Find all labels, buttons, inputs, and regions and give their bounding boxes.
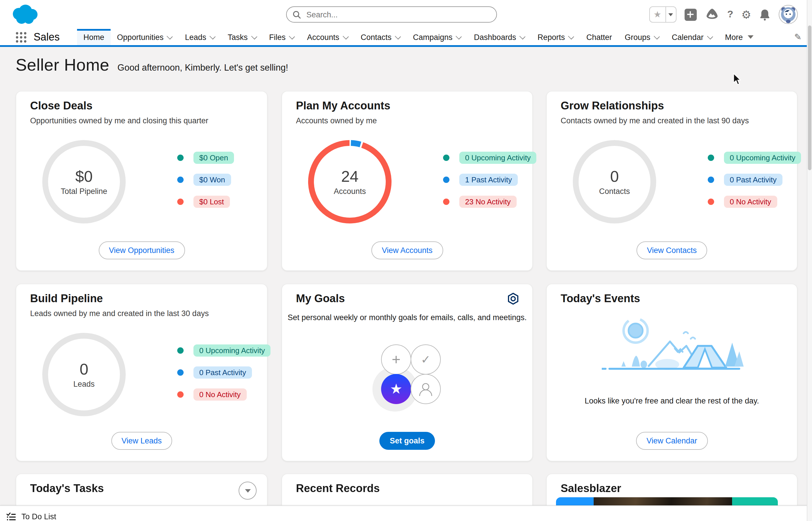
notifications-bell-icon[interactable] [759, 8, 770, 21]
view-leads-button[interactable]: View Leads [111, 432, 172, 450]
legend-item: $0 Open [177, 151, 234, 164]
card-title: Build Pipeline [30, 292, 103, 305]
tab-contacts[interactable]: Contacts [354, 29, 407, 45]
tasks-dropdown-button[interactable] [239, 482, 257, 500]
chevron-down-icon[interactable] [167, 33, 173, 39]
todo-list-icon [6, 512, 16, 521]
chevron-down-icon[interactable] [289, 33, 295, 39]
tab-dashboards[interactable]: Dashboards [468, 29, 531, 45]
tab-groups[interactable]: Groups [618, 29, 665, 45]
quick-create-plus-icon[interactable] [684, 8, 697, 21]
contacts-donut-chart: 0 Contacts [571, 138, 658, 225]
legend-badge: $0 Won [194, 173, 231, 185]
goals-description: Set personal weekly or monthly goals for… [282, 313, 532, 322]
global-search[interactable] [286, 6, 497, 23]
favorite-star-icon[interactable]: ★ [650, 7, 665, 22]
mouse-cursor [733, 73, 741, 85]
card-title: Plan My Accounts [296, 99, 390, 112]
todays-events-card: Today's Events Looks like you're free an… [546, 284, 797, 461]
card-subtitle: Accounts owned by me [296, 116, 377, 125]
legend-item: 23 No Activity [443, 195, 536, 208]
build-pipeline-card: Build Pipeline Leads owned by me and cre… [16, 284, 268, 461]
blue-dot-icon [177, 176, 183, 183]
legend-badge: 0 Upcoming Activity [459, 151, 536, 163]
seller-home-page: ★ ? ⚙ [0, 0, 812, 521]
view-accounts-button[interactable]: View Accounts [371, 242, 443, 259]
tab-calendar[interactable]: Calendar [665, 29, 719, 45]
goal-check-circle: ✓ [411, 344, 441, 375]
tab-files[interactable]: Files [263, 29, 301, 45]
legend-badge: 0 No Activity [194, 388, 246, 400]
salesforce-logo[interactable] [10, 4, 39, 25]
chevron-down-icon[interactable] [395, 33, 401, 39]
more-dropdown-icon[interactable] [748, 35, 754, 39]
chevron-down-icon[interactable] [210, 33, 216, 39]
legend-item: 0 Past Activity [177, 366, 271, 379]
chevron-down-icon[interactable] [568, 33, 574, 39]
goal-settings-icon[interactable] [507, 292, 520, 305]
view-calendar-button[interactable]: View Calendar [636, 432, 707, 450]
chevron-down-icon[interactable] [707, 33, 713, 39]
card-title: Salesblazer [561, 482, 621, 495]
teal-dot-icon [177, 154, 183, 161]
legend-badge: $0 Open [194, 151, 234, 163]
app-navigation-bar: Sales Home Opportunities Leads Tasks Fil… [0, 29, 812, 47]
chevron-down-icon[interactable] [251, 33, 257, 39]
legend-item: $0 Won [177, 173, 234, 186]
camping-illustration [602, 313, 744, 378]
scrollbar-thumb[interactable] [808, 25, 811, 170]
app-launcher-icon[interactable] [16, 29, 27, 45]
page-title: Seller Home [16, 55, 109, 75]
legend-badge: 0 No Activity [724, 196, 777, 207]
help-icon[interactable]: ? [727, 9, 733, 20]
setup-gear-icon[interactable]: ⚙ [741, 9, 751, 20]
star-icon: ★ [390, 382, 402, 396]
blue-dot-icon [708, 176, 714, 183]
view-opportunities-button[interactable]: View Opportunities [98, 242, 185, 259]
favorites-button[interactable]: ★ [649, 6, 676, 23]
leads-donut-chart: 0 Leads [41, 331, 127, 418]
legend-item: $0 Lost [177, 195, 234, 208]
favorites-dropdown-icon[interactable] [665, 7, 676, 22]
chevron-down-icon[interactable] [456, 33, 462, 39]
legend-item: 1 Past Activity [443, 173, 536, 186]
tab-campaigns[interactable]: Campaigns [407, 29, 468, 45]
tab-accounts[interactable]: Accounts [301, 29, 354, 45]
set-goals-button[interactable]: Set goals [379, 432, 435, 450]
card-title: Grow Relationships [561, 99, 664, 112]
tab-leads[interactable]: Leads [179, 29, 222, 45]
tab-more[interactable]: More [719, 29, 760, 45]
chevron-down-icon[interactable] [654, 33, 660, 39]
chevron-down-icon [245, 489, 250, 492]
search-icon [292, 10, 301, 19]
red-dot-icon [443, 198, 449, 205]
search-input[interactable] [305, 9, 490, 19]
page-scrollbar[interactable] [807, 0, 812, 521]
tab-reports[interactable]: Reports [531, 29, 580, 45]
edit-nav-pencil-icon[interactable]: ✎ [794, 29, 802, 45]
todo-list-item[interactable]: To Do List [21, 512, 56, 521]
teal-dot-icon [708, 154, 714, 161]
tab-opportunities[interactable]: Opportunities [111, 29, 179, 45]
legend-badge: 23 No Activity [459, 196, 517, 207]
donut-label: Leads [73, 380, 95, 388]
legend-badge: 0 Past Activity [194, 366, 252, 378]
view-contacts-button[interactable]: View Contacts [637, 242, 707, 259]
chevron-down-icon[interactable] [343, 33, 349, 39]
card-title: Recent Records [296, 482, 380, 495]
tab-tasks[interactable]: Tasks [221, 29, 263, 45]
legend-item: 0 Upcoming Activity [708, 151, 801, 164]
donut-value: 0 [80, 361, 88, 379]
legend-item: 0 Past Activity [708, 173, 801, 186]
goal-person-circle [411, 374, 441, 404]
legend-item: 0 Upcoming Activity [443, 151, 536, 164]
teal-dot-icon [443, 154, 449, 161]
card-title: Today's Tasks [30, 482, 104, 495]
card-title: Close Deals [30, 99, 92, 112]
user-avatar[interactable] [778, 5, 798, 24]
donut-value: 0 [610, 168, 619, 186]
chevron-down-icon[interactable] [520, 33, 526, 39]
tab-chatter[interactable]: Chatter [580, 29, 618, 45]
trailhead-icon[interactable] [705, 7, 719, 21]
tab-home[interactable]: Home [77, 29, 111, 45]
